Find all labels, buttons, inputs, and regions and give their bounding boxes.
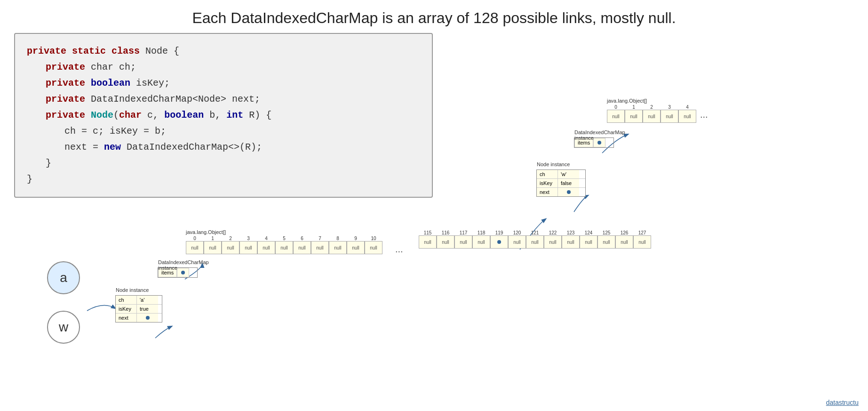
top-array: java.lang.Object[] 0 1 2 3 4 null null n… bbox=[607, 98, 696, 123]
code-block: private static class Node { private char… bbox=[14, 33, 433, 198]
footer-link[interactable]: datastructu bbox=[826, 399, 859, 406]
top-dicm-instance: DataIndexedCharMap instance items bbox=[574, 137, 614, 148]
top-node-instance: Node instance ch 'w' isKey false next bbox=[536, 169, 586, 197]
bottom-array: java.lang.Object[] 0 1 2 3 4 5 6 7 8 9 1… bbox=[186, 229, 382, 254]
bottom-array-right: 115 116 117 118 119 120 121 122 123 124 … bbox=[419, 229, 651, 249]
bottom-dicm-instance: DataIndexedCharMap instance items bbox=[158, 267, 198, 278]
bottom-node-instance: Node instance ch 'a' isKey true next bbox=[115, 295, 162, 322]
page-title: Each DataIndexedCharMap is an array of 1… bbox=[0, 0, 868, 34]
ellipsis-top: ... bbox=[700, 109, 708, 120]
circle-a: a bbox=[47, 261, 80, 294]
circle-w: w bbox=[47, 311, 80, 344]
ellipsis-bottom-middle: ... bbox=[395, 244, 403, 255]
